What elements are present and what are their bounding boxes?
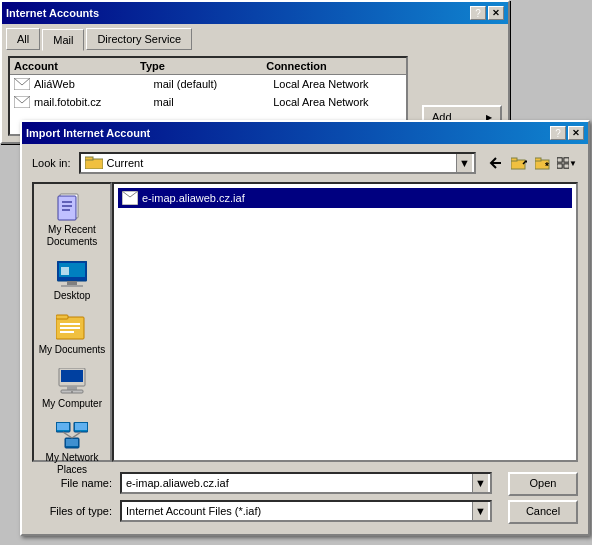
sidebar-item-network[interactable]: My Network Places xyxy=(36,416,108,480)
my-documents-icon xyxy=(56,312,88,344)
svg-line-41 xyxy=(72,432,81,438)
svg-rect-22 xyxy=(61,285,83,287)
sidebar-item-recent[interactable]: My Recent Documents xyxy=(36,188,108,252)
tab-mail[interactable]: Mail xyxy=(42,29,84,51)
sidebar-item-my-computer[interactable]: My Computer xyxy=(36,362,108,414)
import-dialog-title: Import Internet Account xyxy=(26,127,150,139)
look-in-dropdown-arrow[interactable]: ▼ xyxy=(456,154,472,172)
file-type-combo[interactable]: Internet Account Files (*.iaf) ▼ xyxy=(120,500,492,522)
svg-rect-37 xyxy=(75,423,87,430)
places-sidebar: My Recent Documents Desktop xyxy=(32,182,112,462)
file-type-label: Files of type: xyxy=(32,505,112,517)
my-documents-label: My Documents xyxy=(39,344,106,356)
svg-rect-35 xyxy=(57,423,69,430)
folder-icon xyxy=(85,155,103,171)
svg-text:*: * xyxy=(545,161,549,170)
my-computer-icon xyxy=(56,366,88,398)
table-header: Account Type Connection xyxy=(10,58,406,75)
svg-rect-39 xyxy=(66,439,78,446)
recent-documents-icon xyxy=(56,192,88,224)
title-bar-controls: ? ✕ xyxy=(470,6,504,20)
sidebar-item-desktop[interactable]: Desktop xyxy=(36,254,108,306)
account-type-0: mail (default) xyxy=(154,78,274,90)
header-connection: Connection xyxy=(266,60,402,72)
svg-rect-30 xyxy=(61,370,83,382)
mail-icon xyxy=(14,77,30,91)
file-list[interactable]: e-imap.aliaweb.cz.iaf xyxy=(112,182,578,462)
filename-dropdown-arrow[interactable]: ▼ xyxy=(472,474,488,492)
desktop-icon xyxy=(56,258,88,290)
file-type-value: Internet Account Files (*.iaf) xyxy=(126,505,486,517)
tab-bar: All Mail Directory Service xyxy=(2,24,508,50)
sidebar-item-my-documents[interactable]: My Documents xyxy=(36,308,108,360)
file-name-value: e-imap.aliaweb.cz.iaf xyxy=(126,477,486,489)
mail-icon xyxy=(14,95,30,109)
account-connection-0: Local Area Network xyxy=(273,78,402,90)
import-dialog: Import Internet Account ? ✕ Look in: Cur… xyxy=(20,120,590,536)
svg-rect-23 xyxy=(61,267,69,275)
new-folder-button[interactable]: * xyxy=(532,152,554,174)
open-button[interactable]: Open xyxy=(508,472,578,496)
import-title-controls: ? ✕ xyxy=(550,126,584,140)
look-in-label: Look in: xyxy=(32,157,71,169)
file-name-combo[interactable]: e-imap.aliaweb.cz.iaf ▼ xyxy=(120,472,492,494)
filetype-row: Files of type: Internet Account Files (*… xyxy=(32,500,492,522)
file-icon xyxy=(122,190,138,206)
cancel-button[interactable]: Cancel xyxy=(508,500,578,524)
svg-rect-3 xyxy=(85,157,93,160)
look-in-value: Current xyxy=(107,157,470,169)
account-type-1: mail xyxy=(154,96,274,108)
view-menu-button[interactable]: ▼ xyxy=(556,152,578,174)
header-type: Type xyxy=(140,60,266,72)
help-button[interactable]: ? xyxy=(470,6,486,20)
file-name-label: File name: xyxy=(32,477,112,489)
svg-rect-31 xyxy=(67,386,77,390)
import-help-button[interactable]: ? xyxy=(550,126,566,140)
svg-rect-12 xyxy=(557,164,562,168)
my-network-places-icon xyxy=(56,420,88,452)
recent-documents-label: My Recent Documents xyxy=(38,224,106,248)
up-folder-button[interactable] xyxy=(508,152,530,174)
svg-rect-8 xyxy=(535,158,541,161)
import-close-button[interactable]: ✕ xyxy=(568,126,584,140)
my-computer-label: My Computer xyxy=(42,398,102,410)
filetype-dropdown-arrow[interactable]: ▼ xyxy=(472,502,488,520)
close-button[interactable]: ✕ xyxy=(488,6,504,20)
tab-directory-service[interactable]: Directory Service xyxy=(86,28,192,50)
toolbar-icons: * ▼ xyxy=(484,152,578,174)
account-name-0: AliáWeb xyxy=(34,78,154,90)
back-button[interactable] xyxy=(484,152,506,174)
file-name: e-imap.aliaweb.cz.iaf xyxy=(142,192,245,204)
tab-all[interactable]: All xyxy=(6,28,40,50)
browse-area: My Recent Documents Desktop xyxy=(32,182,578,462)
svg-line-40 xyxy=(63,432,72,438)
svg-rect-27 xyxy=(60,327,80,329)
svg-rect-15 xyxy=(58,196,76,220)
svg-rect-6 xyxy=(511,158,517,161)
internet-accounts-title-bar: Internet Accounts ? ✕ xyxy=(2,2,508,24)
file-item[interactable]: e-imap.aliaweb.cz.iaf xyxy=(118,188,572,208)
svg-rect-28 xyxy=(60,331,74,333)
svg-rect-10 xyxy=(557,158,562,162)
look-in-row: Look in: Current ▼ xyxy=(22,144,588,178)
action-buttons: Open Cancel xyxy=(508,472,578,524)
look-in-combo[interactable]: Current ▼ xyxy=(79,152,476,174)
account-name-1: mail.fotobit.cz xyxy=(34,96,154,108)
table-row[interactable]: AliáWeb mail (default) Local Area Networ… xyxy=(10,75,406,93)
svg-rect-21 xyxy=(67,281,77,285)
svg-point-33 xyxy=(71,391,73,393)
bottom-area: File name: e-imap.aliaweb.cz.iaf ▼ Files… xyxy=(22,466,588,534)
view-dropdown-arrow: ▼ xyxy=(569,159,577,168)
svg-rect-26 xyxy=(60,323,80,325)
desktop-label: Desktop xyxy=(54,290,91,302)
filename-row: File name: e-imap.aliaweb.cz.iaf ▼ xyxy=(32,472,492,494)
internet-accounts-title: Internet Accounts xyxy=(6,7,99,19)
table-row[interactable]: mail.fotobit.cz mail Local Area Network xyxy=(10,93,406,111)
account-connection-1: Local Area Network xyxy=(273,96,402,108)
header-account: Account xyxy=(14,60,140,72)
svg-rect-25 xyxy=(56,315,68,319)
import-title-bar: Import Internet Account ? ✕ xyxy=(22,122,588,144)
